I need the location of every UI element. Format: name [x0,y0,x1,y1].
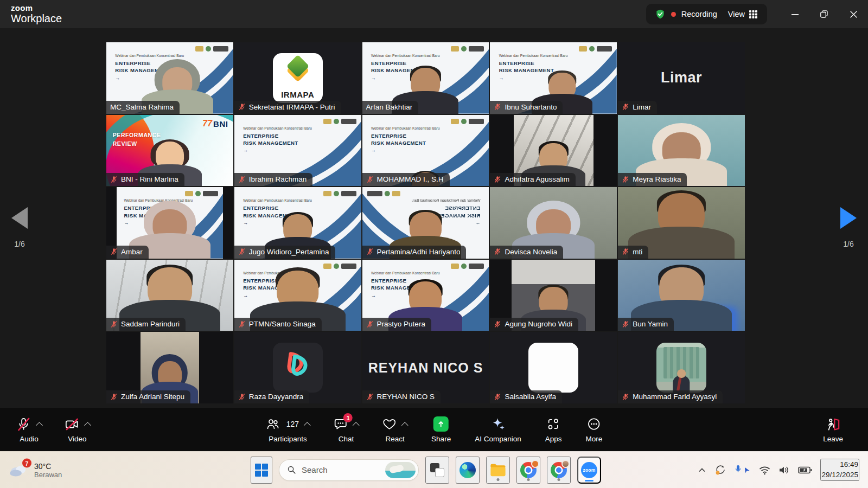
video-options-chevron[interactable] [84,422,91,429]
volume-icon[interactable] [778,465,790,475]
file-explorer-icon [490,463,506,477]
muted-mic-icon [366,320,374,328]
gallery-next-button[interactable]: 1/6 [829,207,868,248]
participant-tile[interactable]: Webinar dan Pembukaan Konsentrasi Baru E… [234,115,361,187]
zoom-workplace-logo: zoom Workplace [11,4,62,24]
avatar-blank [528,343,578,393]
weather-condition: Berawan [34,470,62,478]
meeting-status-pill: Recording View [646,4,767,24]
ai-companion-button[interactable]: AI Companion [475,416,521,443]
participant-name-label: Ibrahim Rachman [234,173,313,186]
participant-tile[interactable]: REYHAN NICO SREYHAN NICO S [362,332,489,403]
muted-mic-icon [366,248,374,255]
tray-overflow-chevron[interactable] [698,466,706,474]
search-highlight-thumbnail[interactable] [385,462,416,478]
participant-tile[interactable]: Salsabila Asyifa [490,332,617,403]
participant-tile[interactable]: Webinar dan Pembukaan Konsentrasi Baru E… [234,260,361,331]
participant-tile[interactable]: Devisca Novelia [490,187,617,259]
participant-tile[interactable]: Bun Yamin [618,260,745,331]
participant-tile[interactable]: IRMAPASekretariat IRMAPA - Putri [234,42,361,114]
search-icon [287,465,296,474]
restore-button[interactable] [809,0,839,28]
participant-tile[interactable]: PERFORMANCEREVIEW 77BNI BNI - Rini Marli… [106,115,233,187]
audio-button[interactable]: Audio [16,416,42,443]
participant-tile[interactable]: Adhifatra Agussalim [490,115,617,187]
muted-mic-icon [494,176,501,183]
participant-tile[interactable]: Saddam Parinduri [106,260,233,331]
participant-tile[interactable]: Meyra Riastika [618,115,745,187]
chat-options-chevron[interactable] [353,422,360,429]
taskbar-clock[interactable]: 16:49 29/12/2025 [820,459,859,481]
avatar-glitch-logo [273,343,323,393]
taskbar-edge-app[interactable] [456,457,480,484]
participant-tile[interactable]: Webinar dan Pembukaan Konsentrasi Baru E… [234,187,361,259]
taskbar-file-explorer-app[interactable] [486,457,510,484]
participant-tile[interactable]: Zulfa Adriani Sitepu [106,332,233,403]
chat-button[interactable]: 1 Chat [334,416,359,443]
participant-name-label: Arfan Bakhtiar [362,101,419,114]
participant-tile[interactable]: Raza Dayyandra [234,332,361,403]
participant-name-label: Muhammad Farid Ayyasyi [618,390,723,403]
close-button[interactable] [839,0,868,28]
search-input[interactable]: Search [279,459,419,481]
gallery-stage: 1/6 Webinar dan Pembukaan Konsentrasi Ba… [0,28,868,408]
workplace-logo-text: Workplace [11,12,62,24]
participant-tile[interactable]: Webinar dan Pembukaan Konsentrasi Baru E… [106,187,233,259]
participant-grid: Webinar dan Pembukaan Konsentrasi Baru E… [106,42,745,403]
active-app-indicator [585,480,593,481]
participant-tile[interactable]: Webinar dan Pembukaan Konsentrasi Baru E… [490,42,617,114]
update-sync-icon[interactable] [714,464,726,476]
participant-tile[interactable]: mti [618,187,745,259]
battery-icon[interactable] [798,466,812,474]
participant-tile[interactable]: Muhammad Farid Ayyasyi [618,332,745,403]
react-options-chevron[interactable] [401,422,409,429]
participant-tile[interactable]: Webinar dan Pembukaan Konsentrasi Baru E… [106,42,233,114]
participant-tile[interactable]: Webinar dan Pembukaan Konsentrasi Baru E… [362,187,489,259]
bni-logo: 77BNI [202,119,228,129]
search-placeholder: Search [302,465,380,474]
participant-name-label: mti [618,246,648,259]
view-button[interactable]: View [727,8,758,21]
mic-location-in-use-icons[interactable] [735,465,751,476]
audio-options-chevron[interactable] [36,422,43,429]
taskbar-zoom-app[interactable]: zoom [577,457,601,484]
leave-door-icon [826,417,840,432]
task-view-icon [430,463,445,478]
task-view-button[interactable] [425,457,449,484]
apps-button[interactable]: Apps [545,416,562,443]
muted-mic-icon [110,320,118,328]
participants-options-chevron[interactable] [304,422,311,429]
share-button[interactable]: Share [431,416,451,443]
taskbar-chrome-app-2[interactable] [547,457,571,484]
page-indicator: 1/6 [829,240,868,248]
react-button[interactable]: React [382,416,407,443]
leave-button[interactable]: Leave [823,416,843,443]
participant-tile[interactable]: Webinar dan Pembukaan Konsentrasi Baru E… [362,115,489,187]
participant-name-label: Ambar [106,246,149,259]
leave-label: Leave [823,435,843,443]
participant-name-label: BNI - Rini Marlina [106,173,184,186]
muted-mic-icon [622,248,629,255]
start-button[interactable] [251,457,272,484]
muted-mic-icon [238,393,246,401]
participant-name-label: Ibnu Suhartanto [490,101,563,114]
weather-widget[interactable]: 7 30°C Berawan [9,461,62,478]
participant-name-label: Agung Nugroho Widi [490,318,578,331]
muted-mic-icon [238,248,246,255]
participant-tile[interactable]: Webinar dan Pembukaan Konsentrasi Baru E… [362,42,489,114]
participant-tile[interactable]: Webinar dan Pembukaan Konsentrasi Baru E… [362,260,489,331]
participants-button[interactable]: 127 Participants [266,416,310,443]
participant-tile[interactable]: Agung Nugroho Widi [490,260,617,331]
taskbar-chrome-app-1[interactable] [516,457,540,484]
running-indicator [497,478,500,481]
minimize-button[interactable] [780,0,809,28]
wifi-icon[interactable] [759,465,770,475]
clock-time: 16:49 [821,460,858,470]
participant-tile[interactable]: LimarLimar [618,42,745,114]
zoom-toolbar: Audio Video 127 [0,408,868,451]
participant-name-label: Pertamina/Adhi Hariyanto [362,246,467,259]
video-button[interactable]: Video [65,416,90,443]
participant-name-label: Adhifatra Agussalim [490,173,575,186]
gallery-prev-button[interactable]: 1/6 [0,207,39,248]
more-button[interactable]: More [585,416,602,443]
